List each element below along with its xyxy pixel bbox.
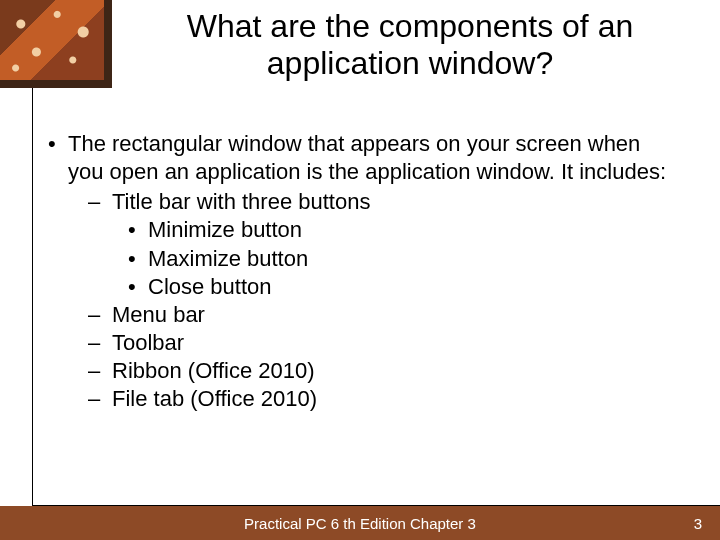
slide-footer: Practical PC 6 th Edition Chapter 3 3 <box>0 506 720 540</box>
bullet-item: Title bar with three buttons Minimize bu… <box>112 188 680 301</box>
bullet-item-text: Title bar with three buttons <box>112 189 370 214</box>
page-number: 3 <box>694 515 702 532</box>
bullet-main-text: The rectangular window that appears on y… <box>68 131 666 184</box>
bullet-item: File tab (Office 2010) <box>112 385 680 413</box>
slide-body: The rectangular window that appears on y… <box>44 130 680 414</box>
bullet-item: Toolbar <box>112 329 680 357</box>
decorative-image <box>0 0 112 88</box>
slide-title: What are the components of an applicatio… <box>120 8 700 82</box>
bullet-item: Ribbon (Office 2010) <box>112 357 680 385</box>
bullet-subitem: Minimize button <box>148 216 680 244</box>
footer-text: Practical PC 6 th Edition Chapter 3 <box>0 515 720 532</box>
bullet-subitem: Close button <box>148 273 680 301</box>
bullet-main: The rectangular window that appears on y… <box>68 130 680 414</box>
vertical-rule <box>32 88 33 505</box>
bullet-subitem: Maximize button <box>148 245 680 273</box>
bullet-item: Menu bar <box>112 301 680 329</box>
